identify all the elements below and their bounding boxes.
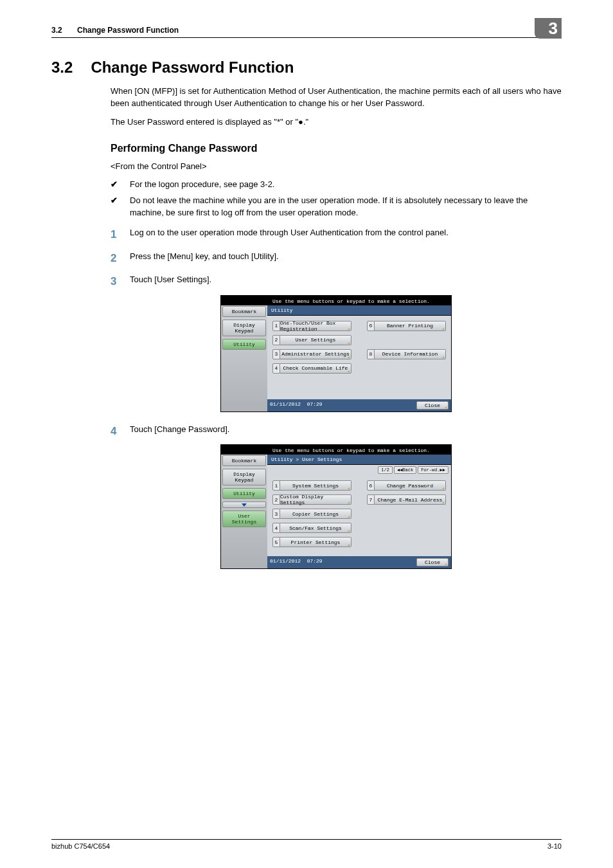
step-text: Touch [Change Password]. xyxy=(130,424,229,440)
menu-item[interactable]: 4Check Consumable Life xyxy=(272,363,351,374)
step-number: 4 xyxy=(111,424,130,440)
step-number: 3 xyxy=(111,274,130,290)
sidebar-user-settings[interactable]: User Settings xyxy=(222,511,266,527)
status-time: 07:29 xyxy=(307,401,323,407)
page-header: 3.2 Change Password Function xyxy=(51,26,562,38)
breadcrumb: Utility > User Settings xyxy=(267,455,451,465)
menu-item[interactable]: 1One-Touch/User Box Registration xyxy=(272,321,351,331)
check-icon: ✔ xyxy=(111,195,130,219)
status-bar: 01/11/2012 07:29 Close xyxy=(267,556,451,568)
pager: 1/2 ◀◀Back For-wd.▶▶ xyxy=(267,465,451,475)
header-section-number: 3.2 xyxy=(51,26,62,35)
check-text: Do not leave the machine while you are i… xyxy=(130,195,562,219)
from-note: <From the Control Panel> xyxy=(111,161,562,173)
sidebar-utility[interactable]: Utility xyxy=(222,339,266,350)
sidebar-utility[interactable]: Utility xyxy=(222,488,266,499)
menu-item[interactable]: 6Change Password xyxy=(367,480,446,491)
step-item: 1 Log on to the user operation mode thro… xyxy=(111,227,562,243)
close-button[interactable]: Close xyxy=(416,558,449,566)
check-item: ✔ Do not leave the machine while you are… xyxy=(111,195,562,219)
menu-item[interactable]: 2User Settings xyxy=(272,335,351,345)
step-item: 4 Touch [Change Password]. xyxy=(111,424,562,440)
step-item: 2 Press the [Menu] key, and touch [Utili… xyxy=(111,251,562,267)
page-footer: bizhub C754/C654 3-10 xyxy=(51,839,562,850)
breadcrumb: Utility xyxy=(267,305,451,316)
section-title-text: Change Password Function xyxy=(91,59,294,76)
sidebar-display-keypad[interactable]: Display Keypad xyxy=(222,469,266,485)
sidebar-bookmark[interactable]: Bookmark xyxy=(222,306,266,317)
close-button[interactable]: Close xyxy=(416,401,449,410)
menu-item[interactable]: 5Printer Settings xyxy=(272,537,351,547)
menu-item[interactable]: 4Scan/Fax Settings xyxy=(272,523,351,533)
menu-item[interactable]: 3Copier Settings xyxy=(272,509,351,519)
subheading: Performing Change Password xyxy=(111,143,562,154)
status-time: 07:29 xyxy=(307,558,323,564)
device-screenshot-user-settings: Use the menu buttons or keypad to make a… xyxy=(220,444,452,569)
forward-button[interactable]: For-wd.▶▶ xyxy=(418,466,449,474)
back-button[interactable]: ◀◀Back xyxy=(394,466,416,474)
chevron-down-icon xyxy=(222,502,266,508)
menu-item[interactable]: 8Device Information xyxy=(367,349,446,359)
menu-item[interactable]: 3Administrator Settings xyxy=(272,349,351,359)
check-text: For the logon procedure, see page 3-2. xyxy=(130,179,274,191)
step-number: 1 xyxy=(111,227,130,243)
menu-item[interactable]: 2Custom Display Settings xyxy=(272,494,351,505)
step-text: Press the [Menu] key, and touch [Utility… xyxy=(130,251,279,267)
section-title: 3.2Change Password Function xyxy=(51,59,562,77)
status-date: 01/11/2012 xyxy=(270,558,301,564)
device-screenshot-utility: Use the menu buttons or keypad to make a… xyxy=(220,295,452,412)
status-date: 01/11/2012 xyxy=(270,401,301,407)
page-indicator: 1/2 xyxy=(378,466,393,474)
intro-paragraph: When [ON (MFP)] is set for Authenticatio… xyxy=(111,86,562,110)
status-bar: 01/11/2012 07:29 Close xyxy=(267,399,451,411)
footer-page-number: 3-10 xyxy=(547,842,562,850)
check-icon: ✔ xyxy=(111,179,130,191)
sidebar-bookmark[interactable]: Bookmark xyxy=(222,455,266,466)
menu-item[interactable]: 1System Settings xyxy=(272,480,351,491)
header-section-name: Change Password Function xyxy=(77,26,179,35)
step-text: Touch [User Settings]. xyxy=(130,274,211,290)
step-item: 3 Touch [User Settings]. xyxy=(111,274,562,290)
menu-item[interactable]: 6Banner Printing xyxy=(367,321,446,331)
check-item: ✔ For the logon procedure, see page 3-2. xyxy=(111,179,562,191)
section-title-number: 3.2 xyxy=(51,59,73,77)
screen-prompt: Use the menu buttons or keypad to make a… xyxy=(221,296,451,305)
menu-item[interactable]: 7Change E-Mail Address xyxy=(367,494,446,505)
sidebar-display-keypad[interactable]: Display Keypad xyxy=(222,320,266,336)
step-text: Log on to the user operation mode throug… xyxy=(130,227,449,243)
step-number: 2 xyxy=(111,251,130,267)
screen-prompt: Use the menu buttons or keypad to make a… xyxy=(221,445,451,455)
display-note: The User Password entered is displayed a… xyxy=(111,116,562,129)
footer-model: bizhub C754/C654 xyxy=(51,842,110,850)
chapter-badge: 3 xyxy=(535,18,562,39)
